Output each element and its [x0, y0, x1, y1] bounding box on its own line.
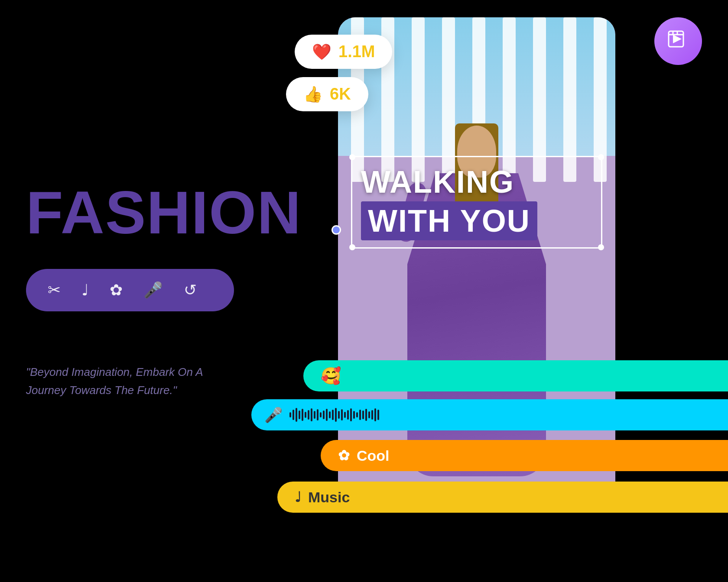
video-icon [667, 28, 689, 55]
effects-icon[interactable]: ✿ [110, 281, 123, 299]
likes-count: 1.1M [338, 42, 375, 61]
bar-orange[interactable]: ✿ Cool [321, 440, 728, 471]
fashion-title: FASHION [26, 182, 251, 243]
right-section: WALKING WITH YOU ❤️ 1.1M 👍 6K [251, 0, 728, 582]
music-icon[interactable]: ♩ [81, 281, 89, 299]
mic-icon: 🎤 [264, 406, 283, 424]
tagline: "Beyond Imagination, Embark On A Journey… [26, 363, 208, 399]
walking-line1: WALKING [361, 164, 592, 200]
selection-handle[interactable] [332, 225, 341, 235]
video-icon-circle[interactable] [654, 17, 702, 65]
corner-handle-tl[interactable] [349, 154, 355, 160]
photo-card: WALKING WITH YOU [338, 17, 615, 511]
waveform [289, 408, 379, 422]
bar-cyan[interactable]: 🎤 [251, 399, 728, 430]
corner-handle-tr[interactable] [598, 154, 604, 160]
heart-eyes-emoji: 🥰 [321, 366, 341, 385]
mic-icon[interactable]: 🎤 [143, 281, 163, 299]
rotate-icon[interactable]: ↺ [184, 281, 197, 299]
toolbar: ✂ ♩ ✿ 🎤 ↺ [26, 269, 234, 311]
thumbs-count: 6K [330, 85, 351, 103]
likes-badge: ❤️ 1.1M [295, 35, 392, 69]
corner-handle-bl[interactable] [349, 244, 355, 250]
bar-green[interactable]: 🥰 [303, 360, 728, 391]
thumbs-badge: 👍 6K [286, 77, 368, 111]
scissors-icon[interactable]: ✂ [48, 281, 61, 299]
walking-line2: WITH YOU [361, 201, 537, 240]
heart-emoji: ❤️ [312, 43, 332, 61]
bar-yellow[interactable]: ♩ Music [277, 482, 728, 513]
cool-label: Cool [357, 447, 390, 464]
music-label: Music [308, 489, 350, 506]
music-note-icon: ♩ [295, 489, 301, 505]
thumbs-emoji: 👍 [303, 85, 323, 103]
corner-handle-br[interactable] [598, 244, 604, 250]
left-section: FASHION ✂ ♩ ✿ 🎤 ↺ "Beyond Imagination, E… [26, 0, 251, 582]
walking-text-overlay: WALKING WITH YOU [351, 156, 602, 249]
effects-icon: ✿ [338, 447, 350, 464]
